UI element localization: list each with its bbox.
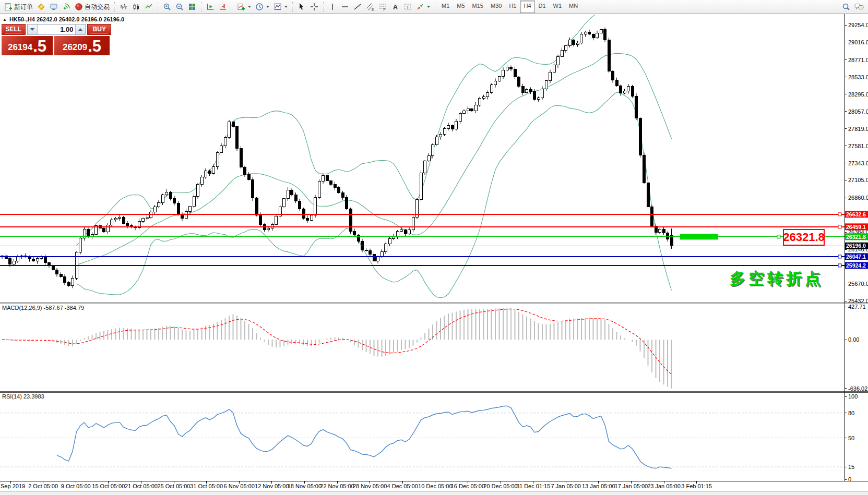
button-label: M30 xyxy=(491,3,502,9)
chart-shift-button[interactable] xyxy=(217,1,229,13)
dropdown-caret-icon[interactable] xyxy=(284,6,288,8)
new-order-button[interactable]: 新订单 xyxy=(2,1,35,13)
bars-icon xyxy=(120,3,128,11)
indicators-button[interactable] xyxy=(235,1,253,13)
dropdown-caret-icon[interactable] xyxy=(248,6,251,8)
candlestick-chart-button[interactable] xyxy=(130,1,142,13)
candles-icon xyxy=(132,3,140,11)
line-handle[interactable] xyxy=(838,213,841,216)
main-price-pane[interactable] xyxy=(0,14,845,298)
time-tick-label: 23 Jan 05:00 xyxy=(647,483,681,489)
volume-decrease-button[interactable] xyxy=(28,25,38,34)
chart-window[interactable]: 29254.029016.028771.028533.028295.028057… xyxy=(0,14,868,495)
timeframe-m1-button[interactable]: M1 xyxy=(438,1,453,13)
arrows-button[interactable] xyxy=(414,1,432,13)
tiles-icon xyxy=(188,3,196,11)
time-tick-label: 5 Sep 2019 xyxy=(0,483,25,489)
cursor-button[interactable] xyxy=(295,1,308,13)
tile-windows-button[interactable] xyxy=(186,1,198,13)
sell-button[interactable]: SELL xyxy=(2,24,26,35)
trendline-button[interactable] xyxy=(351,1,364,13)
price-tick-label: 26860.0 xyxy=(848,195,868,201)
auto-scroll-button[interactable] xyxy=(204,1,217,13)
search-button[interactable] xyxy=(840,1,852,13)
volume-input[interactable] xyxy=(38,25,76,34)
equidistant-channel-button[interactable]: E xyxy=(364,1,376,13)
price-badge-label: 25924.2 xyxy=(846,262,866,269)
buy-price-box[interactable]: 26209.5 xyxy=(54,36,110,55)
autoscroll-icon xyxy=(206,3,215,11)
button-label: M1 xyxy=(442,3,449,9)
toolbar-separator xyxy=(435,2,435,11)
dropdown-caret-icon[interactable] xyxy=(427,6,430,8)
macd-signal-line xyxy=(2,309,672,374)
horizontal-line-button[interactable] xyxy=(339,1,351,13)
crosshair-icon xyxy=(310,3,318,11)
signals-button[interactable] xyxy=(60,1,73,13)
green-line-handle[interactable] xyxy=(777,235,780,238)
periods-button[interactable] xyxy=(253,1,271,13)
volume-increase-button[interactable] xyxy=(75,25,85,34)
data-window-button[interactable] xyxy=(35,1,47,13)
templates-button[interactable] xyxy=(271,1,290,13)
line-chart-button[interactable] xyxy=(142,1,155,13)
timeframe-m5-button[interactable]: M5 xyxy=(453,1,468,13)
chat-button[interactable] xyxy=(852,1,866,13)
line-handle[interactable] xyxy=(838,225,841,228)
price-tick-label: 27819.0 xyxy=(848,126,868,132)
price-tick-label: 27581.0 xyxy=(848,143,868,149)
price-tick-label: 28295.0 xyxy=(848,91,868,98)
rsi-tick-label: 100 xyxy=(848,393,858,400)
time-tick-label: 31 Dec 01:15 xyxy=(516,483,550,489)
collapse-panel-icon[interactable]: ▲ xyxy=(3,17,7,22)
time-tick-label: 9 Oct 05:00 xyxy=(61,483,91,489)
macd-tick-label: 0.00 xyxy=(848,336,859,343)
line-handle[interactable] xyxy=(838,255,841,258)
button-label: H4 xyxy=(524,3,531,9)
label-t-icon: T xyxy=(403,3,412,11)
time-tick-label: 16 Dec 05:00 xyxy=(451,483,485,489)
axes: 29254.029016.028771.028533.028295.028057… xyxy=(0,14,868,489)
sell-price-box[interactable]: 26194.5 xyxy=(2,36,53,55)
timeframe-m15-button[interactable]: M15 xyxy=(469,1,487,13)
price-annotation-box[interactable]: 26321.8 xyxy=(783,229,825,246)
buy-underline xyxy=(90,33,108,33)
time-tick-label: 31 Oct 05:00 xyxy=(190,483,223,489)
price-badge-label: 26459.1 xyxy=(846,224,866,230)
new-order-icon xyxy=(4,3,13,11)
timeframe-h1-button[interactable]: H1 xyxy=(505,1,520,13)
label-button[interactable]: T xyxy=(401,1,414,13)
terminal-button[interactable] xyxy=(47,1,60,13)
template-icon xyxy=(274,3,282,11)
bollinger-middle-band xyxy=(77,53,672,264)
fibonacci-button[interactable]: F xyxy=(376,1,389,13)
timeframe-mn-button[interactable]: MN xyxy=(565,1,581,13)
dropdown-caret-icon[interactable] xyxy=(266,6,269,8)
green-zone-rectangle[interactable] xyxy=(680,234,718,239)
time-tick-label: 20 Dec 05:00 xyxy=(483,483,517,489)
timeframe-w1-button[interactable]: W1 xyxy=(550,1,566,13)
clock-icon xyxy=(255,3,264,11)
vertical-line-button[interactable] xyxy=(326,1,339,13)
crosshair-button[interactable] xyxy=(308,1,320,13)
line-handle[interactable] xyxy=(838,264,841,267)
timeframe-d1-button[interactable]: D1 xyxy=(535,1,550,13)
time-tick-label: 21 Oct 05:00 xyxy=(125,483,158,489)
text-button[interactable]: A xyxy=(389,1,401,13)
macd-pane[interactable] xyxy=(2,308,672,388)
chinese-annotation-text[interactable]: 多空转折点 xyxy=(730,268,824,289)
volume-stepper xyxy=(27,24,86,35)
bar-chart-button[interactable] xyxy=(117,1,130,13)
zoom-in-button[interactable] xyxy=(161,1,173,13)
zoom-out-button[interactable] xyxy=(173,1,186,13)
macd-tick-label: 427.71 xyxy=(848,304,866,310)
time-tick-label: 22 Nov 05:00 xyxy=(320,483,354,489)
timeframe-h4-button[interactable]: H4 xyxy=(520,1,534,13)
buy-button[interactable]: BUY xyxy=(87,24,111,35)
timeframe-m30-button[interactable]: M30 xyxy=(487,1,505,13)
rsi-line xyxy=(57,406,672,468)
rsi-pane[interactable] xyxy=(0,406,845,468)
autotrading-button[interactable]: 自动交易 xyxy=(73,1,112,13)
up-arrow-icon xyxy=(78,28,82,31)
chart-canvas[interactable]: 29254.029016.028771.028533.028295.028057… xyxy=(0,14,868,495)
